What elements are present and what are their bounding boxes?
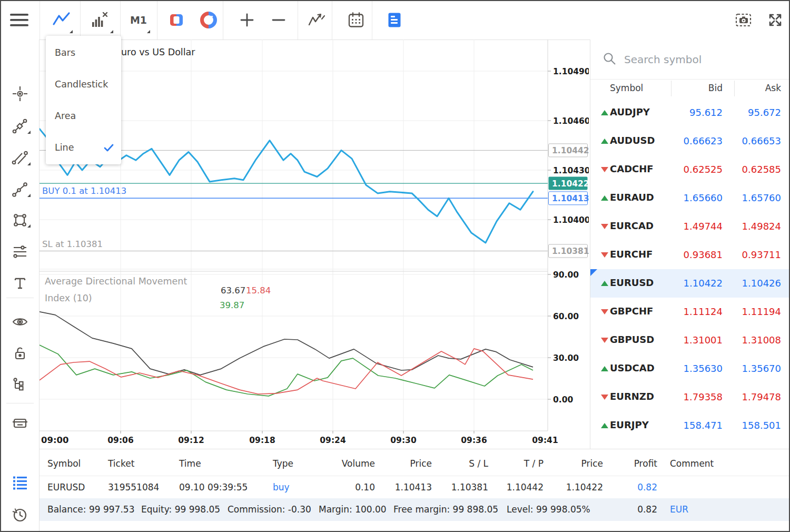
trend-up-icon <box>601 366 608 371</box>
price-tick: 1.10460 <box>553 116 589 126</box>
toolbar-separator <box>80 1 81 40</box>
menu-item-label: Candlestick <box>55 79 108 90</box>
search-icon <box>603 52 617 66</box>
toolbar-separator <box>120 1 121 40</box>
hamburger-icon <box>9 12 29 28</box>
menu-item-area[interactable]: Area <box>46 100 121 132</box>
trade-list-button[interactable] <box>8 471 32 494</box>
ask-value: 0.93711 <box>742 249 781 260</box>
bid-value: 158.471 <box>684 420 723 431</box>
bid-value: 1.31001 <box>684 334 723 346</box>
chart-type-menu: BarsCandlestickAreaLine <box>46 36 121 164</box>
adx-tick: 30.00 <box>553 353 579 363</box>
column-header-ask[interactable]: Ask <box>765 83 781 93</box>
market-watch-row-gbpchf[interactable]: GBPCHF1.111241.11194 <box>590 298 789 326</box>
column-header-bid[interactable]: Bid <box>708 83 723 93</box>
history-clock-icon <box>12 507 28 524</box>
trendline-tool-button[interactable] <box>8 146 32 170</box>
dropdown-corner-icon <box>110 30 113 33</box>
zoom-out-button[interactable] <box>267 8 290 32</box>
text-tool-button[interactable] <box>8 272 32 295</box>
history-button[interactable] <box>8 504 32 527</box>
trend-down-icon <box>601 309 608 314</box>
table-divider <box>39 476 789 476</box>
sidebar-divider <box>6 403 34 403</box>
price-tick: 1.10430 <box>553 166 589 175</box>
trend-down-icon <box>601 167 608 172</box>
table-cell: 0.10 <box>312 482 375 492</box>
bid-value: 1.49744 <box>684 221 723 232</box>
polyline-tool-button[interactable] <box>8 178 32 201</box>
ask-value: 1.11194 <box>742 306 781 317</box>
menu-item-candlestick[interactable]: Candlestick <box>46 68 121 100</box>
visibility-button[interactable] <box>8 310 32 333</box>
fibonacci-tool-button[interactable] <box>8 115 32 138</box>
symbol-name: AUDUSD <box>610 135 655 146</box>
market-watch-header: Symbol Bid Ask <box>590 80 789 98</box>
bid-value: 1.11124 <box>684 306 723 317</box>
indicator-squiggle-icon <box>307 12 326 28</box>
chart-type-button[interactable] <box>50 8 73 32</box>
account-summary-bar: Balance: 99 997.53Equity: 99 998.05Commi… <box>39 498 789 521</box>
order-list-button[interactable] <box>383 8 406 32</box>
table-cell: 1.10422 <box>540 482 603 492</box>
symbol-name: GBPUSD <box>610 334 654 345</box>
menu-item-line[interactable]: Line <box>46 132 121 163</box>
market-watch-row-usdcad[interactable]: USDCAD1.356301.35670 <box>590 354 789 383</box>
one-click-trading-button[interactable] <box>165 8 188 32</box>
search-input[interactable] <box>623 49 778 70</box>
svg-text:1.10413: 1.10413 <box>552 194 589 203</box>
market-watch-row-eurchf[interactable]: EURCHF0.936810.93711 <box>590 241 789 269</box>
crosshair-tool-button[interactable] <box>8 82 32 105</box>
bid-value: 1.65660 <box>684 192 723 203</box>
market-watch-row-euraud[interactable]: EURAUD1.656601.65760 <box>590 184 789 212</box>
menu-item-bars[interactable]: Bars <box>46 37 121 68</box>
main-menu-button[interactable] <box>8 8 31 32</box>
time-tick: 09:24 <box>320 436 346 445</box>
fullscreen-button[interactable] <box>764 8 787 32</box>
plus_di-line <box>39 345 533 396</box>
object-list-button[interactable] <box>8 373 32 397</box>
chart-title: uro vs US Dollar <box>121 47 195 57</box>
donut-chart-icon <box>200 11 218 29</box>
market-watch-row-gbpusd[interactable]: GBPUSD1.310011.31008 <box>590 326 789 354</box>
summary-profit: 0.82 <box>594 504 657 515</box>
market-watch-row-eurusd[interactable]: EURUSD1.104221.10426 <box>590 269 789 298</box>
levels-tool-button[interactable] <box>8 240 32 263</box>
symbol-search <box>590 40 789 80</box>
bid-value: 1.35630 <box>684 363 723 374</box>
calendar-button[interactable] <box>344 8 368 32</box>
market-watch-panel: Symbol Bid Ask AUDJPY95.61295.672AUDUSD0… <box>590 40 789 449</box>
trade-allocation-button[interactable] <box>197 8 220 32</box>
bid-value: 1.79358 <box>684 391 723 402</box>
symbol-name: AUDJPY <box>610 106 650 117</box>
trend-up-icon <box>601 281 608 286</box>
indicator-remove-button[interactable] <box>88 8 111 32</box>
market-watch-row-eurnzd[interactable]: EURNZD1.793581.79478 <box>590 383 789 411</box>
indicators-button[interactable] <box>305 8 328 32</box>
market-watch-row-eurcad[interactable]: EURCAD1.497441.49824 <box>590 212 789 241</box>
unlock-button[interactable] <box>8 342 32 365</box>
market-watch-row-eurjpy[interactable]: EURJPY158.471158.501 <box>590 411 789 440</box>
trade-list-icon <box>12 474 28 491</box>
zoom-in-button[interactable] <box>235 8 259 32</box>
menu-item-label: Line <box>55 142 74 153</box>
chart-canvas[interactable]: 1.104901.104601.104301.1040090.0060.0030… <box>39 40 589 449</box>
delete-objects-button[interactable] <box>8 412 32 435</box>
trading-terminal-window: M1 <box>0 0 790 532</box>
shapes-tool-button[interactable] <box>8 209 32 232</box>
timeframe-button[interactable]: M1 <box>127 8 150 32</box>
indicator-name: Average Directional Movement <box>45 276 187 287</box>
summary-item: Equity: 99 998.05 <box>141 504 220 515</box>
market-watch-row-audusd[interactable]: AUDUSD0.666230.66653 <box>590 127 789 155</box>
market-watch-row-audjpy[interactable]: AUDJPY95.61295.672 <box>590 98 789 127</box>
toolbar-separator <box>332 1 332 40</box>
screenshot-button[interactable] <box>732 8 755 32</box>
column-header-symbol[interactable]: Symbol <box>610 83 643 93</box>
time-tick: 09:12 <box>178 436 204 445</box>
table-cell: 1.10442 <box>480 482 544 492</box>
bid-value: 0.66623 <box>684 135 723 146</box>
summary-item: Margin: 100.00 <box>319 504 387 515</box>
market-watch-row-cadchf[interactable]: CADCHF0.625250.62585 <box>590 155 789 184</box>
column-header: Profit <box>594 458 657 469</box>
